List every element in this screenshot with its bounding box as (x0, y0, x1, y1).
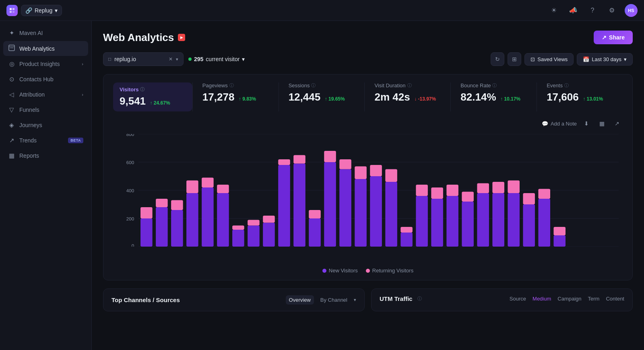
svg-rect-23 (202, 187, 214, 247)
topnav-right: ☀ 📣 ? ⚙ HS (547, 4, 638, 17)
sidebar-item-funnels[interactable]: ▽ Funnels (3, 103, 88, 117)
avatar[interactable]: HS (625, 4, 638, 17)
saved-views-button[interactable]: ⊡ Saved Views (524, 53, 574, 66)
svg-text:800: 800 (126, 134, 134, 137)
svg-rect-29 (248, 226, 260, 247)
sidebar-item-attribution[interactable]: ◁ Attribution › (3, 87, 88, 102)
svg-rect-53 (431, 199, 443, 247)
metric-visitors[interactable]: Visitors ⓘ 9,541 ↑ 24.67% (113, 82, 192, 111)
svg-rect-22 (186, 181, 198, 194)
settings-icon[interactable]: ⚙ (605, 4, 618, 17)
utm-tab-content[interactable]: Content (606, 296, 624, 302)
svg-rect-15 (140, 218, 153, 247)
metric-events[interactable]: Events ⓘ 17,606 ↑ 13.01% (537, 82, 623, 111)
utm-tab-medium[interactable]: Medium (533, 296, 551, 302)
utm-tab-campaign[interactable]: Campaign (557, 296, 581, 302)
metric-sessions[interactable]: Sessions ⓘ 12,445 ↑ 19.65% (279, 82, 365, 111)
svg-rect-41 (339, 169, 351, 247)
journeys-icon: ◈ (8, 121, 15, 129)
tab-by-channel[interactable]: By Channel (317, 295, 351, 305)
new-visitors-dot (322, 269, 326, 273)
domain-clear-icon[interactable]: ✕ (169, 56, 173, 62)
notifications-icon[interactable]: 📣 (567, 4, 580, 17)
page-title: Web Analytics (103, 31, 174, 44)
returning-visitors-label: Returning Visitors (372, 268, 413, 274)
svg-rect-47 (385, 182, 397, 247)
svg-rect-24 (202, 178, 214, 188)
sidebar-label-contacts-hub: Contacts Hub (19, 76, 54, 82)
date-chevron-icon: ▾ (624, 56, 627, 62)
chart-expand-button[interactable]: ↗ (611, 118, 623, 129)
add-note-button[interactable]: 💬 Add a Note (542, 121, 577, 127)
help-icon[interactable]: ? (586, 4, 599, 17)
info-icon-bounce: ⓘ (492, 82, 497, 89)
layout: ✦ Maven AI Web Analytics ◎ Product Insig… (0, 21, 644, 350)
metrics-row: Visitors ⓘ 9,541 ↑ 24.67% Pageviews ⓘ (113, 82, 623, 111)
sidebar-label-product-insights: Product Insights (19, 61, 60, 67)
metric-visit-duration[interactable]: Visit Duration ⓘ 2m 42s ↓ -13.97% (364, 82, 450, 111)
utm-tabs: Source Medium Campaign Term Content (510, 296, 624, 302)
svg-rect-39 (324, 162, 336, 247)
workspace-selector[interactable]: 🔗 Replug ▾ (21, 5, 62, 16)
sidebar-item-label: Maven AI (19, 30, 43, 36)
share-button[interactable]: ↗ Share (594, 31, 633, 44)
live-indicator: ▶ (178, 34, 185, 41)
contacts-hub-icon: ⊙ (8, 76, 15, 83)
svg-rect-69 (553, 235, 566, 247)
svg-rect-70 (553, 227, 566, 235)
metric-bounce-rate[interactable]: Bounce Rate ⓘ 82.14% ↑ 10.17% (450, 82, 537, 111)
trends-icon: ↗ (8, 137, 15, 144)
sidebar-item-journeys[interactable]: ◈ Journeys (3, 118, 88, 132)
svg-rect-54 (431, 187, 443, 199)
share-label: Share (609, 34, 625, 41)
attribution-icon: ◁ (8, 91, 15, 98)
refresh-button[interactable]: ↻ (491, 52, 504, 66)
svg-rect-50 (400, 227, 413, 233)
tab-overview[interactable]: Overview (286, 295, 314, 305)
sidebar-label-journeys: Journeys (19, 122, 42, 128)
saved-views-icon: ⊡ (530, 56, 535, 62)
utm-tab-term[interactable]: Term (588, 296, 600, 302)
filter-button[interactable]: ⊞ (508, 52, 521, 66)
metric-bounce-rate-value: 82.14% ↑ 10.17% (460, 91, 527, 103)
sidebar-item-product-insights[interactable]: ◎ Product Insights › (3, 57, 88, 71)
svg-rect-30 (248, 220, 260, 226)
visitor-dropdown-icon: ▾ (242, 56, 245, 62)
download-chart-button[interactable]: ⬇ (581, 118, 592, 129)
date-range-button[interactable]: 📅 Last 30 days ▾ (577, 53, 633, 66)
svg-rect-32 (263, 216, 275, 223)
sidebar-item-trends[interactable]: ↗ Trends BETA (3, 133, 88, 148)
svg-rect-52 (416, 185, 428, 196)
svg-rect-65 (523, 204, 535, 247)
info-icon-events: ⓘ (564, 82, 569, 89)
sidebar-item-maven-ai[interactable]: ✦ Maven AI (3, 26, 88, 40)
current-visitors[interactable]: 295 current visitor ▾ (188, 56, 245, 62)
svg-rect-45 (370, 176, 382, 247)
metric-bounce-rate-label: Bounce Rate ⓘ (460, 82, 527, 89)
chevron-right-icon: › (82, 62, 83, 66)
svg-rect-3 (12, 11, 14, 13)
visitor-online-dot (188, 58, 192, 61)
sidebar-item-contacts-hub[interactable]: ⊙ Contacts Hub (3, 72, 88, 86)
theme-toggle-icon[interactable]: ☀ (547, 4, 560, 17)
sidebar-item-web-analytics[interactable]: Web Analytics (3, 41, 88, 56)
utm-info-icon: ⓘ (417, 296, 422, 302)
metric-sessions-label: Sessions ⓘ (289, 82, 355, 89)
beta-badge: BETA (68, 138, 83, 143)
metric-visitors-label: Visitors ⓘ (120, 86, 186, 93)
domain-selector[interactable]: □ replug.io ✕ ▾ (103, 52, 184, 66)
sidebar: ✦ Maven AI Web Analytics ◎ Product Insig… (0, 21, 92, 350)
main-content: Web Analytics ▶ ↗ Share □ replug.io ✕ ▾ … (92, 21, 644, 350)
metric-pageviews[interactable]: Pageviews ⓘ 17,278 ↑ 9.83% (192, 82, 279, 111)
utm-traffic-panel: UTM Traffic ⓘ Source Medium Campaign Ter… (371, 288, 633, 311)
chart-actions: 💬 Add a Note ⬇ ▦ ↗ (113, 118, 623, 129)
sidebar-item-reports[interactable]: ▦ Reports (3, 148, 88, 163)
svg-rect-63 (508, 193, 520, 247)
svg-text:400: 400 (126, 188, 134, 193)
svg-rect-48 (385, 169, 397, 182)
utm-tab-source[interactable]: Source (510, 296, 526, 302)
metric-visit-duration-value: 2m 42s ↓ -13.97% (374, 91, 441, 103)
chart-legend: New Visitors Returning Visitors (113, 268, 623, 274)
chart-type-button[interactable]: ▦ (596, 118, 607, 129)
svg-rect-43 (355, 179, 367, 247)
